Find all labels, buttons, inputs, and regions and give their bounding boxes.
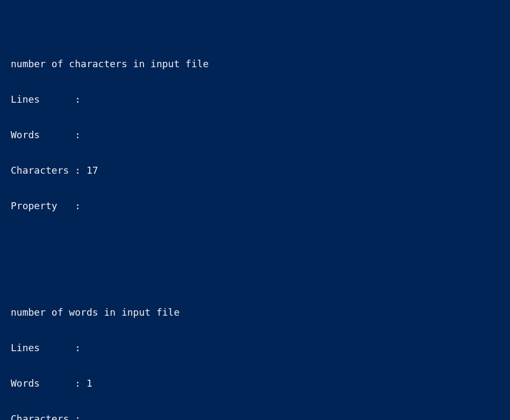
row-label: Words : [11, 129, 81, 140]
output-row: Words : [11, 129, 499, 141]
row-label: Characters : [11, 413, 81, 420]
block-title: number of words in input file [11, 307, 499, 318]
output-block-1: number of words in input file Lines : Wo… [11, 283, 499, 420]
output-block-0: number of characters in input file Lines… [11, 34, 499, 236]
output-row: Property : [11, 200, 499, 212]
block-title: number of characters in input file [11, 58, 499, 70]
output-row: Characters : 17 [11, 165, 499, 176]
row-label: Lines : [11, 342, 81, 353]
output-row: Characters : [11, 413, 499, 420]
row-label: Characters : 17 [11, 165, 98, 176]
row-label: Property : [11, 200, 81, 211]
row-label: Words : 1 [11, 378, 92, 389]
powershell-console[interactable]: number of characters in input file Lines… [0, 0, 510, 420]
row-label: Lines : [11, 94, 81, 105]
output-row: Words : 1 [11, 378, 499, 389]
output-row: Lines : [11, 342, 499, 354]
output-row: Lines : [11, 94, 499, 105]
